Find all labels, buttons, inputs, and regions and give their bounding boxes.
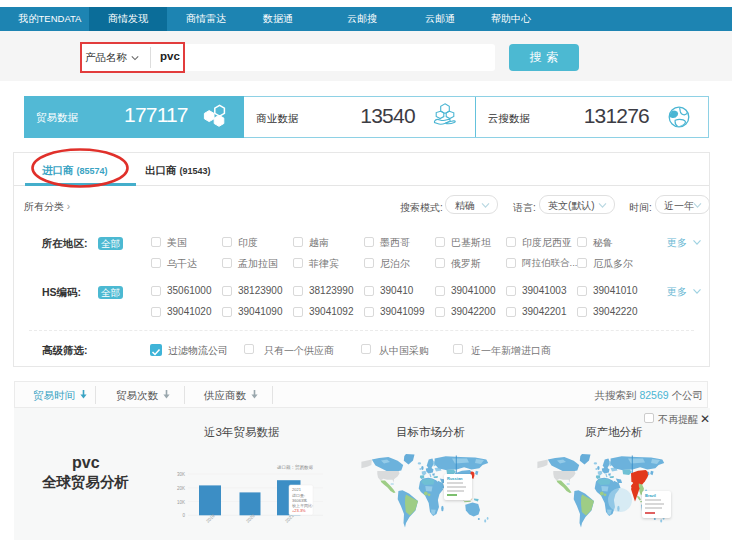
svg-text:30K: 30K xyxy=(177,472,185,477)
svg-text:+23.3%: +23.3% xyxy=(292,508,306,513)
svg-text:进口额：贸易数据: 进口额：贸易数据 xyxy=(277,464,314,470)
svg-text:0: 0 xyxy=(182,513,185,518)
svg-text:2021: 2021 xyxy=(292,487,302,492)
svg-text:10K: 10K xyxy=(177,500,185,505)
svg-text:20K: 20K xyxy=(177,486,185,491)
